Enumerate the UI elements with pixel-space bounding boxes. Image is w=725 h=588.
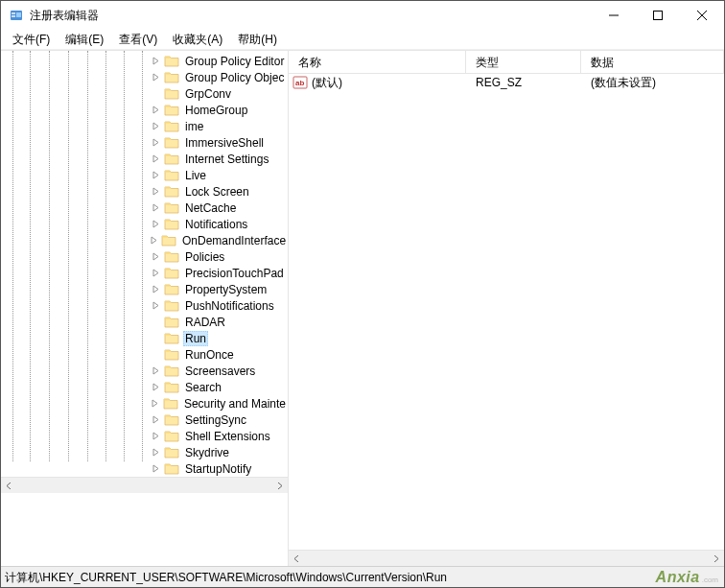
expand-icon[interactable] [150, 252, 161, 261]
column-data[interactable]: 数据 [581, 51, 724, 73]
folder-icon [164, 104, 179, 117]
tree-node-label: NetCache [183, 201, 238, 215]
folder-icon [164, 365, 179, 378]
expand-icon[interactable] [150, 301, 161, 310]
svg-text:ab: ab [295, 79, 304, 87]
tree-node[interactable]: Lock Screen [1, 183, 288, 200]
expand-icon[interactable] [150, 383, 161, 391]
tree-node[interactable]: Run [1, 330, 288, 346]
tree-pane[interactable]: Group Policy EditorGroup Policy ObjecGrp… [1, 51, 289, 566]
tree-node[interactable]: Security and Mainte [1, 395, 288, 412]
expand-icon[interactable] [150, 448, 161, 457]
svg-rect-5 [654, 12, 663, 20]
folder-icon [164, 283, 179, 296]
tree-node[interactable]: Skydrive [1, 444, 288, 460]
column-name[interactable]: 名称 [289, 51, 466, 73]
status-path: 计算机\HKEY_CURRENT_USER\SOFTWARE\Microsoft… [5, 570, 447, 586]
expand-icon[interactable] [150, 366, 161, 375]
column-headers: 名称 类型 数据 [289, 51, 724, 74]
tree-node[interactable]: SettingSync [1, 412, 288, 428]
expand-icon[interactable] [150, 154, 161, 163]
values-pane: 名称 类型 数据 ab (默认) REG_SZ (数值未设置) [289, 51, 724, 566]
tree-node[interactable]: Search [1, 379, 288, 395]
expand-icon[interactable] [150, 269, 161, 277]
tree-node[interactable]: RunOnce [1, 346, 288, 363]
string-value-icon: ab [292, 75, 308, 90]
tree-node[interactable]: Shell Extensions [1, 428, 288, 444]
tree-node[interactable]: OnDemandInterface [1, 232, 288, 248]
svg-rect-1 [12, 12, 15, 14]
menu-view[interactable]: 查看(V) [111, 30, 165, 50]
scroll-left-icon[interactable] [1, 478, 17, 494]
tree-node[interactable]: Screensavers [1, 363, 288, 379]
menu-favorites[interactable]: 收藏夹(A) [165, 30, 230, 50]
tree-node[interactable]: StartupNotify [1, 460, 288, 477]
values-hscrollbar[interactable] [289, 550, 724, 566]
expand-icon[interactable] [150, 220, 161, 228]
tree-node[interactable]: RADAR [1, 314, 288, 330]
expand-icon[interactable] [150, 285, 161, 294]
expand-icon[interactable] [150, 122, 161, 130]
scroll-left-icon[interactable] [289, 551, 305, 567]
titlebar: 注册表编辑器 [1, 1, 724, 30]
tree-node-label: PropertySystem [183, 283, 269, 296]
menubar: 文件(F) 编辑(E) 查看(V) 收藏夹(A) 帮助(H) [1, 30, 724, 50]
tree-hscrollbar[interactable] [1, 477, 288, 493]
app-icon [9, 8, 24, 23]
expand-icon[interactable] [150, 236, 158, 245]
menu-edit[interactable]: 编辑(E) [58, 30, 111, 50]
expand-icon[interactable] [150, 73, 161, 82]
tree-node[interactable]: PrecisionTouchPad [1, 265, 288, 281]
minimize-button[interactable] [592, 1, 636, 30]
expand-icon[interactable] [150, 187, 161, 196]
registry-tree[interactable]: Group Policy EditorGroup Policy ObjecGrp… [1, 51, 288, 477]
tree-node[interactable]: Group Policy Editor [1, 53, 288, 69]
value-data: (数值未设置) [581, 75, 724, 91]
maximize-button[interactable] [636, 1, 680, 30]
expand-icon[interactable] [150, 106, 161, 114]
expand-icon[interactable] [150, 464, 161, 473]
tree-node[interactable]: PushNotifications [1, 297, 288, 314]
value-row[interactable]: ab (默认) REG_SZ (数值未设置) [289, 74, 724, 91]
folder-icon [164, 87, 179, 101]
menu-file[interactable]: 文件(F) [5, 30, 58, 50]
expand-icon[interactable] [150, 57, 161, 65]
tree-node[interactable]: Internet Settings [1, 151, 288, 167]
tree-node-label: HomeGroup [183, 104, 249, 117]
close-button[interactable] [680, 1, 724, 30]
tree-node[interactable]: Live [1, 167, 288, 183]
scroll-right-icon[interactable] [271, 478, 288, 494]
scroll-track[interactable] [17, 478, 271, 493]
tree-node[interactable]: Notifications [1, 216, 288, 232]
menu-help[interactable]: 帮助(H) [230, 30, 285, 50]
tree-node-label: Search [183, 381, 223, 394]
tree-node[interactable]: GrpConv [1, 85, 288, 102]
tree-node[interactable]: NetCache [1, 200, 288, 216]
tree-node-label: StartupNotify [183, 462, 253, 476]
svg-rect-2 [12, 15, 15, 17]
tree-node[interactable]: ime [1, 118, 288, 134]
column-type[interactable]: 类型 [466, 51, 581, 73]
expand-icon[interactable] [150, 138, 161, 147]
tree-node[interactable]: ImmersiveShell [1, 134, 288, 151]
tree-node[interactable]: PropertySystem [1, 281, 288, 297]
values-list[interactable]: ab (默认) REG_SZ (数值未设置) [289, 74, 724, 550]
value-type: REG_SZ [466, 76, 581, 89]
expand-icon[interactable] [150, 171, 161, 179]
folder-icon [164, 332, 179, 345]
expand-icon[interactable] [150, 399, 160, 408]
folder-icon [164, 169, 179, 182]
expand-icon[interactable] [150, 203, 161, 212]
scroll-track[interactable] [305, 551, 708, 566]
expand-icon[interactable] [150, 432, 161, 440]
scroll-right-icon[interactable] [708, 551, 724, 567]
svg-rect-3 [16, 12, 21, 17]
tree-node[interactable]: HomeGroup [1, 102, 288, 118]
tree-node[interactable]: Policies [1, 248, 288, 265]
folder-icon [164, 267, 179, 280]
tree-node[interactable]: Group Policy Objec [1, 69, 288, 85]
tree-node-label: RADAR [183, 316, 227, 329]
tree-node-label: GrpConv [183, 87, 233, 101]
tree-node-label: OnDemandInterface [180, 234, 288, 247]
expand-icon[interactable] [150, 415, 161, 424]
